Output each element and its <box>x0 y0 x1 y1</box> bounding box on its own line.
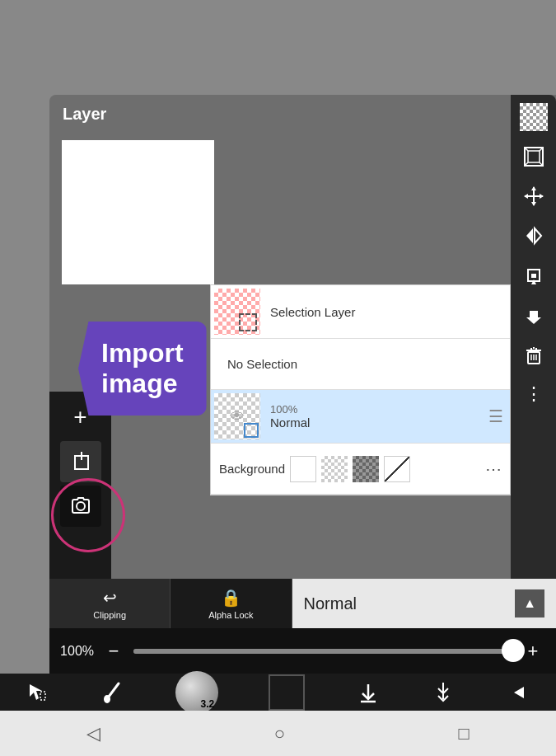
bottom-navigation: ◁ ○ □ <box>0 711 556 756</box>
download-icon <box>521 303 546 327</box>
main-tools-bar: 3.2 <box>0 674 556 711</box>
download-btn[interactable] <box>515 296 553 334</box>
delete-icon <box>521 342 546 367</box>
layer-import-btn[interactable] <box>515 138 553 176</box>
opacity-slider-fill <box>133 649 513 654</box>
nav-home-btn[interactable]: ○ <box>274 723 285 744</box>
alpha-lock-icon: 🔒 <box>221 588 241 608</box>
eye-icon: 👁 <box>230 408 245 425</box>
add-copy-icon <box>68 449 93 474</box>
no-selection-name: No Selection <box>227 357 503 371</box>
checkerboard-icon <box>520 103 548 131</box>
brush-tool-icon <box>100 680 125 705</box>
import-image-tooltip: Import image <box>78 322 207 416</box>
add-layer-copy-btn[interactable] <box>60 441 101 482</box>
opacity-plus-btn[interactable]: + <box>521 641 544 662</box>
selection-layer-thumb <box>214 289 260 335</box>
import-image-text: Import image <box>101 338 184 398</box>
layer-selection-indicator <box>244 423 259 438</box>
layer-import-icon <box>521 144 546 169</box>
download-tool-btn[interactable] <box>356 680 381 705</box>
brush-size-display: 3.2 <box>175 671 218 714</box>
selection-tool-btn[interactable] <box>26 680 50 705</box>
more-dots-icon: ⋮ <box>525 383 543 405</box>
clipping-icon: ↩ <box>103 588 117 608</box>
move-btn[interactable] <box>515 177 553 215</box>
camera-btn[interactable] <box>60 486 101 527</box>
brush-size-value: 3.2 <box>201 698 215 710</box>
selection-layer-info: Selection Layer <box>264 302 510 322</box>
opacity-value: 100% <box>58 644 94 659</box>
brush-size-btn[interactable]: 3.2 <box>175 671 218 714</box>
clipping-button[interactable]: ↩ Clipping <box>49 579 171 628</box>
blend-mode-button[interactable]: Normal ▲ <box>292 579 557 628</box>
opacity-slider-thumb[interactable] <box>502 639 525 662</box>
selection-layer-name: Selection Layer <box>270 305 503 319</box>
no-selection-info: No Selection <box>221 354 510 374</box>
move-icon <box>521 184 546 209</box>
background-checker-swatch[interactable] <box>321 456 348 482</box>
double-download-icon <box>431 680 456 705</box>
selection-tool-icon <box>26 680 50 705</box>
gray-top-area <box>0 0 556 95</box>
blend-row: ↩ Clipping 🔒 Alpha Lock Normal ▲ <box>49 579 556 628</box>
opacity-slider-track[interactable] <box>133 649 513 654</box>
active-layer-row[interactable]: 👁 100% Normal ☰ <box>211 390 510 444</box>
opacity-row: 100% − + <box>49 628 556 674</box>
opacity-minus-btn[interactable]: − <box>102 641 125 662</box>
checkerboard-btn[interactable] <box>515 98 553 136</box>
nav-recents-btn[interactable]: □ <box>458 723 469 744</box>
nav-back-btn[interactable]: ◁ <box>86 723 100 744</box>
active-layer-menu-icon[interactable]: ☰ <box>482 406 510 426</box>
background-row[interactable]: Background ⋯ <box>211 444 510 495</box>
no-selection-row[interactable]: No Selection <box>211 339 510 390</box>
active-layer-info: 100% Normal <box>264 400 482 433</box>
background-white-swatch[interactable] <box>290 456 316 482</box>
selection-layer-row[interactable]: Selection Layer <box>211 285 510 339</box>
blend-mode-arrow[interactable]: ▲ <box>515 589 544 617</box>
back-tool-icon <box>506 680 530 705</box>
merge-btn[interactable] <box>515 256 553 294</box>
active-layer-opacity: 100% <box>270 403 475 416</box>
back-tool-btn[interactable] <box>506 680 530 705</box>
active-layer-blend: Normal <box>270 416 475 430</box>
svg-point-19 <box>77 502 85 510</box>
layers-overlay: Selection Layer No Selection 👁 100% Norm… <box>210 284 511 495</box>
camera-icon <box>68 493 94 519</box>
svg-line-20 <box>109 683 119 697</box>
svg-point-21 <box>104 695 110 703</box>
selection-dashed-border <box>239 313 257 331</box>
flip-btn[interactable] <box>515 217 553 255</box>
right-toolbar: ⋮ <box>511 95 556 624</box>
background-dark-checker-swatch[interactable] <box>353 456 379 482</box>
more-options-btn[interactable]: ⋮ <box>515 375 553 413</box>
app-container: Layer <box>0 0 556 756</box>
color-swatch[interactable] <box>269 674 305 711</box>
svg-rect-1 <box>528 151 540 162</box>
background-more-btn[interactable]: ⋯ <box>485 459 502 479</box>
brush-tool-btn[interactable] <box>100 680 125 705</box>
layer-panel-title: Layer <box>49 95 556 134</box>
double-download-btn[interactable] <box>431 680 456 705</box>
background-layer-name: Background <box>219 462 285 476</box>
gray-left-area <box>0 95 49 624</box>
merge-icon <box>521 263 546 288</box>
alpha-lock-button[interactable]: 🔒 Alpha Lock <box>171 579 292 628</box>
background-slash-swatch[interactable] <box>384 456 410 482</box>
clipping-label: Clipping <box>93 610 126 620</box>
alpha-lock-label: Alpha Lock <box>208 610 253 620</box>
canvas-area <box>62 140 214 284</box>
download-tool-icon <box>356 680 381 705</box>
delete-btn[interactable] <box>515 336 553 373</box>
blend-mode-text: Normal <box>304 594 357 613</box>
active-layer-thumb: 👁 <box>214 393 260 439</box>
flip-icon <box>521 223 546 248</box>
